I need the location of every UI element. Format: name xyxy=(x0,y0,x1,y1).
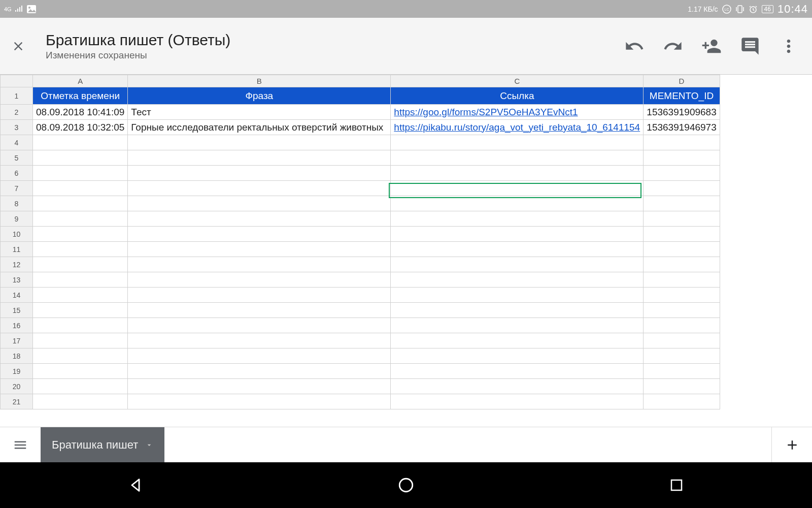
cell[interactable] xyxy=(644,364,720,379)
cell[interactable] xyxy=(644,150,720,166)
row-header[interactable]: 7 xyxy=(1,181,33,196)
row-header[interactable]: 21 xyxy=(1,394,33,409)
select-all-corner[interactable] xyxy=(1,75,33,87)
cell[interactable] xyxy=(391,379,644,394)
cell[interactable] xyxy=(391,272,644,288)
cell[interactable] xyxy=(391,364,644,379)
cell[interactable] xyxy=(128,211,391,227)
cell[interactable] xyxy=(128,303,391,318)
cell[interactable] xyxy=(644,348,720,364)
cell[interactable] xyxy=(33,242,128,257)
cell-c7[interactable] xyxy=(391,181,644,196)
cell[interactable] xyxy=(33,227,128,242)
cell-a1[interactable]: Отметка времени xyxy=(33,87,128,105)
col-header-a[interactable]: A xyxy=(33,75,128,87)
cell[interactable] xyxy=(128,318,391,333)
close-button[interactable] xyxy=(6,34,30,58)
row-header[interactable]: 17 xyxy=(1,333,33,348)
cell[interactable] xyxy=(33,166,128,181)
row-header[interactable]: 5 xyxy=(1,150,33,166)
cell[interactable] xyxy=(644,211,720,227)
cell[interactable] xyxy=(391,318,644,333)
document-title[interactable]: Братишка пишет (Ответы) xyxy=(46,31,622,49)
cell[interactable] xyxy=(128,272,391,288)
cell[interactable] xyxy=(391,288,644,303)
cell[interactable] xyxy=(391,242,644,257)
cell-c3[interactable]: https://pikabu.ru/story/aga_vot_yeti_reb… xyxy=(391,120,644,135)
cell[interactable] xyxy=(644,379,720,394)
cell[interactable] xyxy=(128,150,391,166)
nav-recent-button[interactable] xyxy=(661,470,692,500)
cell[interactable] xyxy=(128,166,391,181)
row-header[interactable]: 1 xyxy=(1,87,33,105)
cell[interactable] xyxy=(33,364,128,379)
cell[interactable] xyxy=(391,227,644,242)
cell-d2[interactable]: 1536391909683 xyxy=(644,105,720,120)
cell[interactable] xyxy=(33,348,128,364)
col-header-d[interactable]: D xyxy=(644,75,720,87)
cell[interactable] xyxy=(128,181,391,196)
row-header[interactable]: 9 xyxy=(1,211,33,227)
row-header[interactable]: 19 xyxy=(1,364,33,379)
redo-button[interactable] xyxy=(661,34,685,58)
row-header[interactable]: 10 xyxy=(1,227,33,242)
nav-home-button[interactable] xyxy=(391,470,421,500)
add-sheet-button[interactable] xyxy=(771,427,812,462)
cell[interactable] xyxy=(33,379,128,394)
row-header[interactable]: 4 xyxy=(1,135,33,150)
cell[interactable] xyxy=(33,272,128,288)
cell[interactable] xyxy=(128,348,391,364)
cell[interactable] xyxy=(128,379,391,394)
cell[interactable] xyxy=(391,303,644,318)
cell-b3[interactable]: Горные исследователи ректальных отверсти… xyxy=(128,120,391,135)
cell[interactable] xyxy=(128,333,391,348)
cell[interactable] xyxy=(391,333,644,348)
row-header[interactable]: 2 xyxy=(1,105,33,120)
row-header[interactable]: 16 xyxy=(1,318,33,333)
cell-b2[interactable]: Тест xyxy=(128,105,391,120)
cell[interactable] xyxy=(391,150,644,166)
cell[interactable] xyxy=(33,303,128,318)
cell[interactable] xyxy=(33,257,128,272)
cell[interactable] xyxy=(644,242,720,257)
cell[interactable] xyxy=(33,196,128,211)
cell[interactable] xyxy=(391,166,644,181)
row-header[interactable]: 13 xyxy=(1,272,33,288)
cell[interactable] xyxy=(33,394,128,409)
cell[interactable] xyxy=(644,272,720,288)
cell[interactable] xyxy=(128,288,391,303)
cell-a3[interactable]: 08.09.2018 10:32:05 xyxy=(33,120,128,135)
comment-button[interactable] xyxy=(738,34,762,58)
more-menu-button[interactable] xyxy=(776,34,801,58)
cell[interactable] xyxy=(644,333,720,348)
cell[interactable] xyxy=(33,211,128,227)
row-header[interactable]: 15 xyxy=(1,303,33,318)
cell[interactable] xyxy=(644,227,720,242)
undo-button[interactable] xyxy=(622,34,647,58)
cell[interactable] xyxy=(128,227,391,242)
cell[interactable] xyxy=(391,135,644,150)
cell[interactable] xyxy=(33,318,128,333)
cell[interactable] xyxy=(128,364,391,379)
row-header[interactable]: 20 xyxy=(1,379,33,394)
cell[interactable] xyxy=(128,135,391,150)
col-header-b[interactable]: B xyxy=(128,75,391,87)
row-header[interactable]: 3 xyxy=(1,120,33,135)
cell[interactable] xyxy=(33,181,128,196)
cell[interactable] xyxy=(644,166,720,181)
spreadsheet-grid[interactable]: A B C D 1 Отметка времени Фраза Ссылка M… xyxy=(0,75,812,427)
cell[interactable] xyxy=(644,288,720,303)
cell[interactable] xyxy=(391,211,644,227)
cell-d1[interactable]: MEMENTO_ID xyxy=(644,87,720,105)
row-header[interactable]: 12 xyxy=(1,257,33,272)
cell[interactable] xyxy=(128,257,391,272)
cell-b1[interactable]: Фраза xyxy=(128,87,391,105)
row-header[interactable]: 14 xyxy=(1,288,33,303)
cell[interactable] xyxy=(644,394,720,409)
cell-c1[interactable]: Ссылка xyxy=(391,87,644,105)
all-sheets-button[interactable] xyxy=(0,427,41,462)
cell[interactable] xyxy=(391,196,644,211)
cell[interactable] xyxy=(33,150,128,166)
add-person-button[interactable] xyxy=(699,34,724,58)
cell[interactable] xyxy=(644,318,720,333)
